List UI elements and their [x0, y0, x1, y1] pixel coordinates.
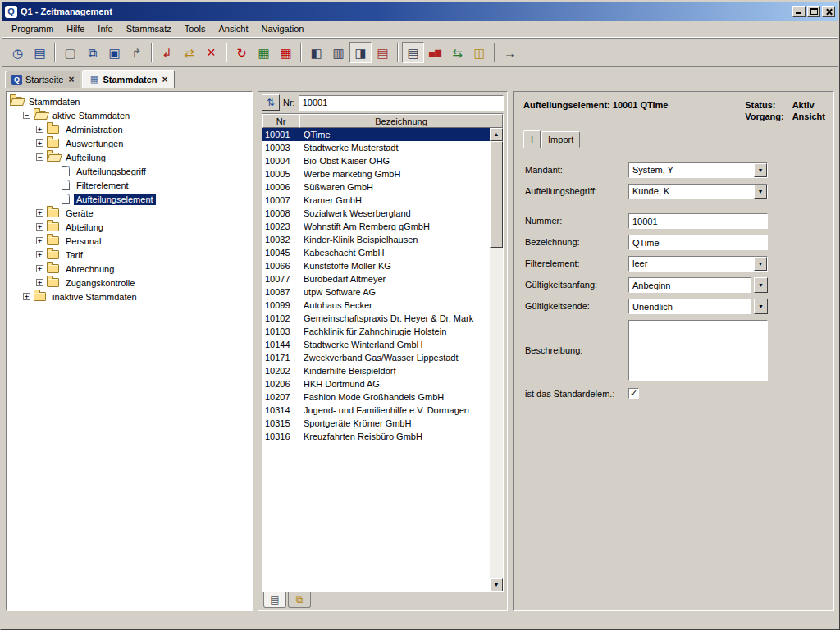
tree-item-filterelement[interactable]: Filterelement [7, 178, 251, 192]
scroll-thumb[interactable] [490, 141, 503, 248]
gueltigkeitsanfang-input[interactable] [628, 277, 751, 293]
table-row[interactable]: 10315Sportgeräte Krömer GmbH [262, 417, 490, 430]
expand-icon[interactable]: + [36, 251, 43, 258]
tree-item-aufteilungselement[interactable]: Aufteilungselement [7, 192, 251, 206]
close-tab-icon[interactable] [68, 75, 74, 84]
tab-stammdaten[interactable]: ▦Stammdaten [82, 70, 174, 88]
expand-icon[interactable]: + [36, 237, 43, 244]
table-row[interactable]: 10087utpw Software AG [262, 285, 490, 299]
tree-item-aktive-stammdaten[interactable]: −aktive Stammdaten [7, 108, 251, 122]
dropdown-arrow-icon[interactable]: ▼ [754, 163, 767, 177]
view-right-column-button[interactable]: ◨ [349, 42, 372, 63]
column-header-nr[interactable]: Nr [262, 114, 299, 128]
menu-item-navigation[interactable]: Navigation [255, 22, 311, 35]
view-columns-button[interactable]: ▥ [327, 42, 349, 63]
bezeichnung-input[interactable] [628, 235, 768, 250]
expand-icon[interactable]: + [36, 209, 43, 217]
filterelement-select[interactable]: leer▼ [628, 256, 768, 272]
maximize-button[interactable] [807, 6, 820, 17]
scroll-up-icon[interactable] [490, 128, 503, 141]
scroll-track[interactable] [490, 141, 503, 578]
table-row[interactable]: 10171Zweckverband Gas/Wasser Lippestadt [262, 351, 490, 364]
dropdown-arrow-icon[interactable]: ▼ [754, 257, 767, 271]
table-row[interactable]: 10207Fashion Mode Großhandels GmbH [262, 390, 490, 404]
table-row[interactable]: 10008Sozialwerk Weserbergland [262, 207, 490, 220]
table-row[interactable]: 10001QTime [262, 128, 490, 141]
expand-icon[interactable]: + [36, 223, 43, 231]
table-row[interactable]: 10005Werbe marketing GmbH [262, 167, 490, 180]
standardelement-checkbox[interactable]: ✓ [628, 388, 639, 399]
detail-tab-info[interactable]: I [523, 130, 541, 148]
menu-item-programm[interactable]: Programm [5, 22, 60, 35]
close-button[interactable] [822, 6, 835, 17]
export-button[interactable]: ↱ [126, 42, 148, 63]
table-row[interactable]: 10144Stadtwerke Winterland GmbH [262, 338, 490, 351]
table-row[interactable]: 10103Fachklinik für Zahnchirugie Holstei… [262, 325, 490, 338]
table-row[interactable]: 10023Wohnstift Am Remberg gGmbH [262, 220, 490, 233]
vertical-scrollbar[interactable] [490, 128, 503, 591]
gueltigkeitsende-input[interactable] [628, 299, 751, 314]
expand-icon[interactable]: + [36, 265, 43, 272]
scroll-down-icon[interactable] [490, 578, 503, 591]
table-sync-button[interactable]: ⇆ [446, 42, 468, 63]
nummer-input[interactable] [628, 213, 768, 229]
grid-new-button[interactable]: ▦ [253, 42, 275, 63]
table-row[interactable]: 10007Kramer GmbH [262, 194, 490, 207]
tree-item-aufteilung[interactable]: −Aufteilung [7, 150, 251, 164]
refresh-button[interactable]: ↻ [231, 42, 253, 63]
tree-item-auswertungen[interactable]: +Auswertungen [7, 136, 251, 150]
table-row[interactable]: 10099Autohaus Becker [262, 299, 490, 312]
menu-item-tools[interactable]: Tools [178, 22, 212, 35]
menu-item-ansicht[interactable]: Ansicht [212, 22, 254, 35]
table-row[interactable]: 10006Süßwaren GmbH [262, 180, 490, 194]
tree-item-geraete[interactable]: +Geräte [7, 206, 251, 220]
search-toggle-button[interactable]: ⇅ [262, 94, 280, 111]
forward-button[interactable]: → [499, 42, 521, 63]
menu-item-stammsatz[interactable]: Stammsatz [120, 22, 178, 35]
tree-item-inaktive-stammdaten[interactable]: +inaktive Stammdaten [7, 290, 251, 304]
chart-button[interactable]: ▄▆ [424, 42, 446, 63]
table-row[interactable]: 10045Kabeschacht GmbH [262, 246, 490, 259]
table-row[interactable]: 10003Stadtwerke Musterstadt [262, 141, 490, 154]
gueltigkeitsanfang-dropdown-button[interactable]: ▼ [754, 277, 768, 293]
table-row[interactable]: 10206HKH Dortmund AG [262, 377, 490, 390]
tree-item-stammdaten-root[interactable]: Stammdaten [7, 94, 251, 108]
dropdown-arrow-icon[interactable]: ▼ [754, 185, 767, 199]
table-row[interactable]: 10202Kinderhilfe Beispieldorf [262, 364, 490, 377]
tree-item-abrechnung[interactable]: +Abrechnung [7, 262, 251, 276]
menu-item-info[interactable]: Info [91, 22, 119, 35]
copy-button[interactable]: ⧉ [81, 42, 103, 63]
expand-icon[interactable]: + [36, 279, 43, 286]
nr-filter-input[interactable] [299, 95, 504, 111]
gueltigkeitsende-dropdown-button[interactable]: ▼ [754, 299, 768, 314]
expand-icon[interactable]: + [36, 139, 43, 147]
table-row[interactable]: 10314Jugend- und Familienhilfe e.V. Dorm… [262, 404, 490, 417]
view-rows-button[interactable]: ▤ [372, 42, 394, 63]
table-row[interactable]: 10066Kunststoffe Möller KG [262, 259, 490, 272]
detail-tab-import[interactable]: Import [541, 131, 580, 148]
menu-item-hilfe[interactable]: Hilfe [60, 22, 91, 35]
table-row[interactable]: 10316Kreuzfahrten Reisbüro GmbH [262, 430, 490, 443]
mandant-select[interactable]: System, Y▼ [628, 162, 768, 178]
tab-startseite[interactable]: QStartseite [5, 71, 80, 88]
import-button[interactable]: ↲ [156, 42, 178, 63]
print-button[interactable]: ▤ [29, 42, 51, 63]
tree-item-abteilung[interactable]: +Abteilung [7, 220, 251, 234]
table-row[interactable]: 10004Bio-Obst Kaiser OHG [262, 154, 490, 167]
new-record-button[interactable]: ▢ [59, 42, 81, 63]
minimize-button[interactable] [792, 6, 806, 17]
expand-icon[interactable]: + [23, 293, 30, 300]
save-button[interactable]: ▣ [103, 42, 126, 63]
table-row[interactable]: 10032Kinder-Klinik Beispielhausen [262, 233, 490, 246]
tree-item-zugangskontrolle[interactable]: +Zugangskontrolle [7, 276, 251, 290]
expand-icon[interactable]: + [36, 126, 43, 133]
tree-item-administration[interactable]: +Administration [7, 122, 251, 136]
clock-button[interactable]: ◷ [7, 42, 29, 63]
hierarchy-view-tab[interactable]: ⧉ [288, 592, 311, 608]
aufteilungsbegriff-select[interactable]: Kunde, K▼ [628, 184, 768, 199]
table-panel-button[interactable]: ◫ [468, 42, 491, 63]
grid-delete-button[interactable]: ▦ [275, 42, 297, 63]
delete-button[interactable]: × [200, 42, 222, 63]
collapse-icon[interactable]: − [23, 112, 30, 119]
table-row[interactable]: 10077Bürobedarf Altmeyer [262, 272, 490, 285]
